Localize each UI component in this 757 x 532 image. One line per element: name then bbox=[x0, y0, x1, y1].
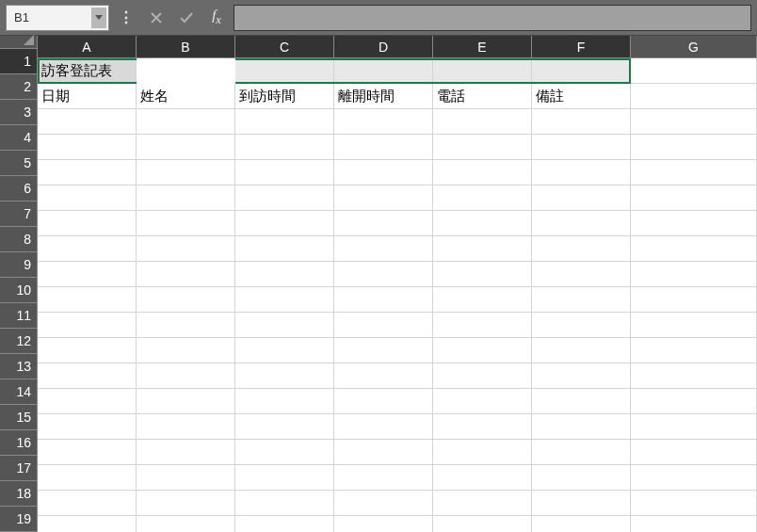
cell-B14[interactable] bbox=[137, 389, 235, 414]
cell-E16[interactable] bbox=[433, 440, 532, 465]
cell-C14[interactable] bbox=[235, 389, 334, 414]
cell-D9[interactable] bbox=[334, 262, 433, 287]
cell-F2[interactable]: 備註 bbox=[532, 84, 631, 109]
cell-C5[interactable] bbox=[235, 160, 334, 185]
cell-G19[interactable] bbox=[631, 516, 757, 532]
cell-A5[interactable] bbox=[38, 160, 137, 185]
cell-A10[interactable] bbox=[38, 287, 137, 313]
cell-D16[interactable] bbox=[334, 440, 433, 465]
cell-C19[interactable] bbox=[235, 516, 334, 532]
cell-F9[interactable] bbox=[532, 262, 631, 287]
row-header-17[interactable]: 17 bbox=[0, 456, 38, 481]
row-header-8[interactable]: 8 bbox=[0, 227, 38, 252]
cell-D6[interactable] bbox=[334, 185, 433, 211]
cell-G4[interactable] bbox=[631, 135, 757, 160]
cell-E18[interactable] bbox=[433, 491, 532, 516]
col-header-B[interactable]: B bbox=[137, 36, 235, 58]
cell-A17[interactable] bbox=[38, 465, 137, 491]
col-header-C[interactable]: C bbox=[235, 36, 334, 58]
cell-E2[interactable]: 電話 bbox=[433, 84, 532, 109]
row-header-2[interactable]: 2 bbox=[0, 74, 38, 100]
cell-B17[interactable] bbox=[137, 465, 235, 491]
cell-E6[interactable] bbox=[433, 185, 532, 211]
cell-D2[interactable]: 離開時間 bbox=[334, 84, 433, 109]
cell-B6[interactable] bbox=[137, 185, 235, 211]
cell-B13[interactable] bbox=[137, 363, 235, 389]
row-header-6[interactable]: 6 bbox=[0, 176, 38, 202]
cell-B10[interactable] bbox=[137, 287, 235, 313]
cell-C6[interactable] bbox=[235, 185, 334, 211]
cell-A11[interactable] bbox=[38, 313, 137, 338]
cell-E3[interactable] bbox=[433, 109, 532, 135]
cell-B7[interactable] bbox=[137, 211, 235, 236]
cell-G2[interactable] bbox=[631, 84, 757, 109]
cell-E9[interactable] bbox=[433, 262, 532, 287]
cell-G7[interactable] bbox=[631, 211, 757, 236]
cell-B5[interactable] bbox=[137, 160, 235, 185]
cell-G9[interactable] bbox=[631, 262, 757, 287]
cell-C3[interactable] bbox=[235, 109, 334, 135]
cell-F4[interactable] bbox=[532, 135, 631, 160]
row-header-16[interactable]: 16 bbox=[0, 430, 38, 456]
cell-F13[interactable] bbox=[532, 363, 631, 389]
cell-F8[interactable] bbox=[532, 236, 631, 262]
cell-D15[interactable] bbox=[334, 414, 433, 440]
row-header-10[interactable]: 10 bbox=[0, 278, 38, 303]
col-header-E[interactable]: E bbox=[433, 36, 532, 58]
cell-G15[interactable] bbox=[631, 414, 757, 440]
cell-C8[interactable] bbox=[235, 236, 334, 262]
cell-A3[interactable] bbox=[38, 109, 137, 135]
cell-A4[interactable] bbox=[38, 135, 137, 160]
cell-C13[interactable] bbox=[235, 363, 334, 389]
cell-A2[interactable]: 日期 bbox=[38, 84, 137, 109]
cell-D3[interactable] bbox=[334, 109, 433, 135]
cell-C15[interactable] bbox=[235, 414, 334, 440]
cell-D5[interactable] bbox=[334, 160, 433, 185]
cell-D7[interactable] bbox=[334, 211, 433, 236]
name-box-dropdown-icon[interactable] bbox=[91, 8, 106, 28]
cell-A6[interactable] bbox=[38, 185, 137, 211]
cell-D8[interactable] bbox=[334, 236, 433, 262]
cell-G11[interactable] bbox=[631, 313, 757, 338]
cell-G1[interactable] bbox=[631, 58, 757, 84]
cell-A12[interactable] bbox=[38, 338, 137, 363]
cell-A18[interactable] bbox=[38, 491, 137, 516]
cell-F5[interactable] bbox=[532, 160, 631, 185]
cell-F6[interactable] bbox=[532, 185, 631, 211]
col-header-D[interactable]: D bbox=[334, 36, 433, 58]
cell-D19[interactable] bbox=[334, 516, 433, 532]
cell-D18[interactable] bbox=[334, 491, 433, 516]
row-header-19[interactable]: 19 bbox=[0, 507, 38, 532]
cell-E10[interactable] bbox=[433, 287, 532, 313]
cell-E15[interactable] bbox=[433, 414, 532, 440]
cell-A9[interactable] bbox=[38, 262, 137, 287]
cell-D10[interactable] bbox=[334, 287, 433, 313]
cell-B1[interactable] bbox=[137, 58, 235, 84]
cell-F7[interactable] bbox=[532, 211, 631, 236]
cell-B19[interactable] bbox=[137, 516, 235, 532]
cell-B9[interactable] bbox=[137, 262, 235, 287]
cell-D1[interactable] bbox=[334, 58, 433, 84]
cell-C4[interactable] bbox=[235, 135, 334, 160]
cell-C12[interactable] bbox=[235, 338, 334, 363]
cell-F19[interactable] bbox=[532, 516, 631, 532]
cell-F14[interactable] bbox=[532, 389, 631, 414]
row-header-3[interactable]: 3 bbox=[0, 100, 38, 125]
cell-G12[interactable] bbox=[631, 338, 757, 363]
cell-B12[interactable] bbox=[137, 338, 235, 363]
cell-D4[interactable] bbox=[334, 135, 433, 160]
cell-E11[interactable] bbox=[433, 313, 532, 338]
cell-E8[interactable] bbox=[433, 236, 532, 262]
cell-F16[interactable] bbox=[532, 440, 631, 465]
cell-G5[interactable] bbox=[631, 160, 757, 185]
cell-B16[interactable] bbox=[137, 440, 235, 465]
cell-A7[interactable] bbox=[38, 211, 137, 236]
cell-G17[interactable] bbox=[631, 465, 757, 491]
row-header-5[interactable]: 5 bbox=[0, 151, 38, 176]
cell-G6[interactable] bbox=[631, 185, 757, 211]
cell-A13[interactable] bbox=[38, 363, 137, 389]
cell-F1[interactable] bbox=[532, 58, 631, 84]
cell-G16[interactable] bbox=[631, 440, 757, 465]
row-header-7[interactable]: 7 bbox=[0, 202, 38, 227]
cell-F11[interactable] bbox=[532, 313, 631, 338]
